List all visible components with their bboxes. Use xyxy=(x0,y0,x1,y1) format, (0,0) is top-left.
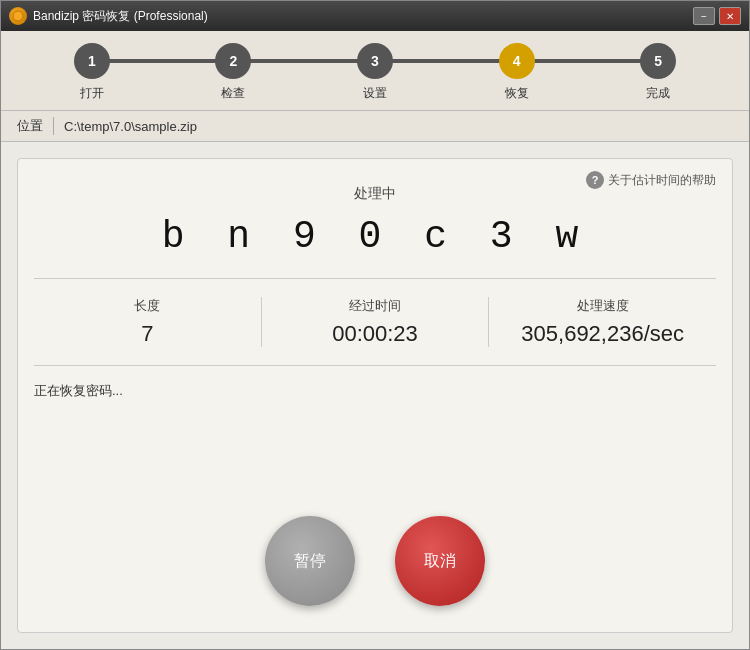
titlebar-left: Bandizip 密码恢复 (Professional) xyxy=(9,7,208,25)
step-label-3: 设置 xyxy=(357,85,393,102)
step-label-5: 完成 xyxy=(640,85,676,102)
stat-length: 长度 7 xyxy=(34,297,262,347)
current-password-display: b n 9 0 c 3 w xyxy=(34,215,716,258)
svg-point-0 xyxy=(13,11,23,21)
step-label-4: 恢复 xyxy=(499,85,535,102)
window-controls: − ✕ xyxy=(693,7,741,25)
main-content: ? 关于估计时间的帮助 处理中 b n 9 0 c 3 w 长度 7 经过时间 … xyxy=(1,142,749,649)
titlebar: Bandizip 密码恢复 (Professional) − ✕ xyxy=(1,1,749,31)
step-circle-2: 2 xyxy=(215,43,251,79)
app-icon xyxy=(9,7,27,25)
buttons-row: 暂停 取消 xyxy=(34,516,716,616)
divider-2 xyxy=(34,365,716,366)
stat-length-label: 长度 xyxy=(134,297,160,315)
window-title: Bandizip 密码恢复 (Professional) xyxy=(33,8,208,25)
help-icon: ? xyxy=(586,171,604,189)
step-labels: 打开 检查 设置 恢复 完成 xyxy=(21,85,729,102)
step-circle-4: 4 xyxy=(499,43,535,79)
help-link[interactable]: ? 关于估计时间的帮助 xyxy=(586,171,716,189)
stat-speed-label: 处理速度 xyxy=(577,297,629,315)
main-window: Bandizip 密码恢复 (Professional) − ✕ 1 2 3 4… xyxy=(0,0,750,650)
step-circle-5: 5 xyxy=(640,43,676,79)
step-circle-1: 1 xyxy=(74,43,110,79)
stat-length-value: 7 xyxy=(141,321,153,347)
location-path: C:\temp\7.0\sample.zip xyxy=(64,119,197,134)
pause-button[interactable]: 暂停 xyxy=(265,516,355,606)
step-label-2: 检查 xyxy=(215,85,251,102)
location-label: 位置 xyxy=(17,117,54,135)
steps-track: 1 2 3 4 5 xyxy=(21,43,729,79)
close-button[interactable]: ✕ xyxy=(719,7,741,25)
step-circle-3: 3 xyxy=(357,43,393,79)
location-bar: 位置 C:\temp\7.0\sample.zip xyxy=(1,111,749,142)
stat-speed-value: 305,692,236/sec xyxy=(521,321,684,347)
stat-elapsed-label: 经过时间 xyxy=(349,297,401,315)
divider-1 xyxy=(34,278,716,279)
content-card: ? 关于估计时间的帮助 处理中 b n 9 0 c 3 w 长度 7 经过时间 … xyxy=(17,158,733,633)
help-text: 关于估计时间的帮助 xyxy=(608,172,716,189)
stats-row: 长度 7 经过时间 00:00:23 处理速度 305,692,236/sec xyxy=(34,287,716,357)
minimize-button[interactable]: − xyxy=(693,7,715,25)
status-text: 正在恢复密码... xyxy=(34,382,716,400)
steps-bar: 1 2 3 4 5 打开 检查 设置 恢复 完成 xyxy=(1,31,749,111)
step-label-1: 打开 xyxy=(74,85,110,102)
stat-speed: 处理速度 305,692,236/sec xyxy=(489,297,716,347)
stat-elapsed: 经过时间 00:00:23 xyxy=(262,297,490,347)
steps-circles: 1 2 3 4 5 xyxy=(21,43,729,79)
stat-elapsed-value: 00:00:23 xyxy=(332,321,418,347)
cancel-button[interactable]: 取消 xyxy=(395,516,485,606)
